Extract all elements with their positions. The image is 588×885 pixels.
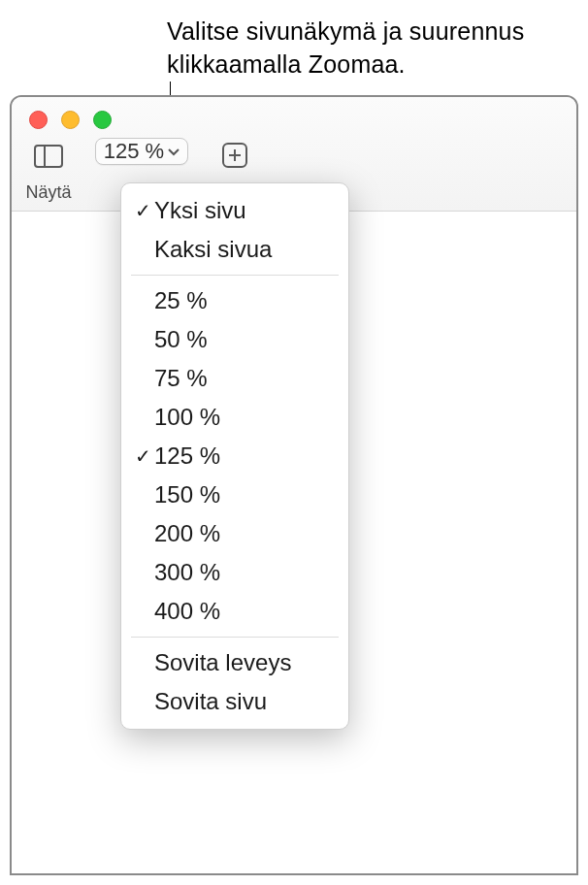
menu-item-two-pages[interactable]: Kaksi sivua bbox=[121, 230, 348, 269]
menu-item-label: 300 % bbox=[154, 559, 220, 586]
menu-item-one-page[interactable]: ✓ Yksi sivu bbox=[121, 191, 348, 230]
zoom-dropdown-menu: ✓ Yksi sivu Kaksi sivua 25 % 50 % 75 % 1… bbox=[120, 182, 349, 730]
zoom-current-value: 125 % bbox=[104, 139, 164, 164]
menu-item-zoom-200[interactable]: 200 % bbox=[121, 514, 348, 553]
menu-item-label: 125 % bbox=[154, 442, 220, 470]
menu-item-label: 100 % bbox=[154, 404, 220, 431]
view-label: Näytä bbox=[25, 182, 71, 203]
close-window-button[interactable] bbox=[29, 111, 48, 129]
app-window: Näytä 125 % bbox=[10, 95, 578, 875]
menu-item-label: Sovita leveys bbox=[154, 649, 291, 676]
menu-separator bbox=[131, 275, 339, 276]
menu-item-label: 75 % bbox=[154, 365, 208, 392]
menu-item-label: 400 % bbox=[154, 598, 220, 625]
menu-item-zoom-100[interactable]: 100 % bbox=[121, 398, 348, 437]
check-icon: ✓ bbox=[131, 199, 154, 222]
toolbar-view-item: Näytä bbox=[21, 138, 76, 203]
plus-box-icon bbox=[221, 142, 248, 176]
minimize-window-button[interactable] bbox=[61, 111, 80, 129]
menu-item-fit-page[interactable]: Sovita sivu bbox=[121, 682, 348, 721]
chevron-down-icon bbox=[168, 144, 180, 159]
insert-button[interactable] bbox=[208, 138, 262, 179]
menu-item-label: Yksi sivu bbox=[154, 197, 246, 224]
view-button[interactable] bbox=[21, 138, 76, 179]
window-controls bbox=[29, 111, 112, 129]
toolbar-insert-item bbox=[208, 138, 262, 179]
callout-line1: Valitse sivunäkymä ja suurennus bbox=[167, 17, 524, 45]
fullscreen-window-button[interactable] bbox=[93, 111, 112, 129]
callout-line2: klikkaamalla Zoomaa. bbox=[167, 50, 406, 78]
sidebar-icon bbox=[34, 145, 63, 173]
menu-item-zoom-50[interactable]: 50 % bbox=[121, 320, 348, 359]
check-icon: ✓ bbox=[131, 444, 154, 468]
menu-item-fit-width[interactable]: Sovita leveys bbox=[121, 643, 348, 682]
toolbar-zoom-item: 125 % bbox=[95, 138, 188, 165]
menu-item-zoom-150[interactable]: 150 % bbox=[121, 475, 348, 514]
menu-item-label: 50 % bbox=[154, 326, 208, 353]
menu-separator bbox=[131, 637, 339, 638]
menu-item-label: 200 % bbox=[154, 520, 220, 547]
zoom-dropdown-button[interactable]: 125 % bbox=[95, 138, 188, 165]
menu-item-label: 25 % bbox=[154, 287, 208, 314]
menu-item-label: 150 % bbox=[154, 481, 220, 508]
menu-item-zoom-125[interactable]: ✓ 125 % bbox=[121, 437, 348, 475]
callout-text: Valitse sivunäkymä ja suurennus klikkaam… bbox=[167, 16, 524, 82]
menu-item-label: Sovita sivu bbox=[154, 688, 267, 715]
menu-item-label: Kaksi sivua bbox=[154, 236, 272, 263]
menu-item-zoom-75[interactable]: 75 % bbox=[121, 359, 348, 398]
menu-item-zoom-300[interactable]: 300 % bbox=[121, 553, 348, 592]
menu-item-zoom-400[interactable]: 400 % bbox=[121, 592, 348, 631]
menu-item-zoom-25[interactable]: 25 % bbox=[121, 281, 348, 320]
svg-rect-0 bbox=[35, 146, 62, 167]
